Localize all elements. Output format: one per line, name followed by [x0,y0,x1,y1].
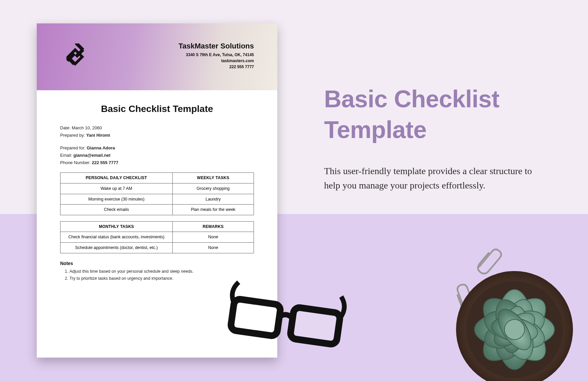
date-value: March 10, 2060 [72,125,102,130]
prepared-by-value: Yani Hiromi [86,133,110,138]
prepared-for-label: Prepared for: [60,145,86,150]
checklist-table-1: PERSONAL DAILY CHECKLIST WEEKLY TASKS Wa… [60,172,254,215]
cell: Wake up at 7 AM [60,183,173,194]
promo-headline: Basic Checklist Template [324,84,558,145]
company-address: 3340 S 79th E Ave, Tulsa, OK, 74145 [178,52,254,58]
meta-prepared-by: Prepared by: Yani Hiromi [60,132,254,139]
table-header-row: PERSONAL DAILY CHECKLIST WEEKLY TASKS [60,173,254,183]
company-phone: 222 555 7777 [178,64,254,70]
cell: Plan meals for the week [172,205,254,215]
document-body: Basic Checklist Template Date: March 10,… [37,90,277,292]
meta-block-2: Prepared for: Gianna Adora Email: gianna… [60,144,254,166]
table-row: Schedule appointments (doctor, dentist, … [60,243,254,253]
email-label: Email: [60,153,72,158]
phone-value: 222 555 7777 [92,160,119,165]
company-name: TaskMaster Solutions [178,42,254,50]
phone-label: Phone Number: [60,160,91,165]
meta-date: Date: March 10, 2060 [60,124,254,132]
meta-email: Email: gianna@email.net [60,152,254,159]
table-header-row: MONTHLY TASKS REMARKS [60,222,254,232]
table-row: Check emails Plan meals for the week [60,205,254,215]
notes-heading: Notes [60,261,254,266]
note-item: Try to prioritize tasks based on urgency… [69,275,254,282]
note-item: Adjust this time based on your personal … [69,268,254,275]
cell: Grocery shopping [172,183,254,194]
cell: Morning exercise (30 minutes) [60,194,173,205]
cell: Schedule appointments (doctor, dentist, … [60,243,173,253]
document-title: Basic Checklist Template [60,104,254,114]
document-header: TaskMaster Solutions 3340 S 79th E Ave, … [37,23,277,90]
svg-point-23 [504,320,525,340]
table2-header-1: REMARKS [172,222,254,232]
cell: Laundry [172,194,254,205]
company-website: taskmasters.com [178,58,254,64]
table-row: Check financial status (bank accounts, i… [60,232,254,243]
email-value: gianna@email.net [74,153,111,158]
cell: Check financial status (bank accounts, i… [60,232,173,243]
date-label: Date: [60,125,70,130]
table2-header-0: MONTHLY TASKS [60,222,173,232]
meta-block-1: Date: March 10, 2060 Prepared by: Yani H… [60,124,254,139]
cell: Check emails [60,205,173,215]
table1-header-0: PERSONAL DAILY CHECKLIST [60,173,173,183]
notes-list: Adjust this time based on your personal … [60,268,254,282]
meta-prepared-for: Prepared for: Gianna Adora [60,144,254,152]
company-info: TaskMaster Solutions 3340 S 79th E Ave, … [178,42,254,70]
succulent-prop-icon [451,266,578,381]
cell: None [172,232,254,243]
prepared-by-label: Prepared by: [60,133,85,138]
cell: None [172,243,254,253]
company-logo-icon [62,43,89,72]
prepared-for-value: Gianna Adora [87,145,115,150]
promo-subcopy: This user-friendly template provides a c… [324,164,538,193]
meta-phone: Phone Number: 222 555 7777 [60,159,254,166]
table-row: Wake up at 7 AM Grocery shopping [60,183,254,194]
checklist-table-2: MONTHLY TASKS REMARKS Check financial st… [60,221,254,253]
table-row: Morning exercise (30 minutes) Laundry [60,194,254,205]
table1-header-1: WEEKLY TASKS [172,173,254,183]
